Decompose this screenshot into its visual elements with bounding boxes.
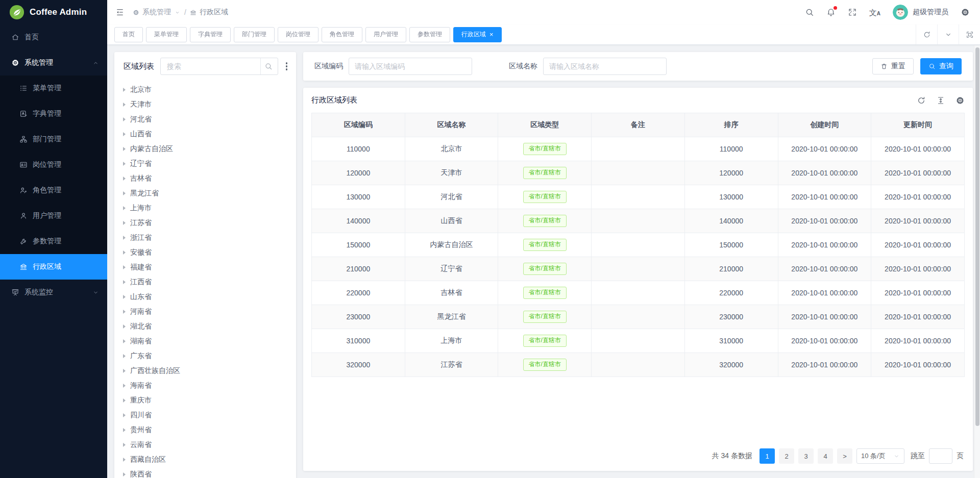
caret-right-icon[interactable] <box>123 458 126 462</box>
caret-right-icon[interactable] <box>123 413 126 417</box>
sidebar-group-monitor[interactable]: 系统监控 <box>0 280 107 305</box>
tab-home[interactable]: 首页 <box>114 27 143 42</box>
menu-fold-icon[interactable] <box>115 8 125 17</box>
fullscreen-icon[interactable] <box>848 8 857 17</box>
tree-search-icon[interactable] <box>260 58 277 74</box>
translate-icon[interactable]: 文A <box>869 9 880 16</box>
sidebar-item-menu[interactable]: 菜单管理 <box>0 76 107 101</box>
page-button-2[interactable]: 2 <box>779 448 794 464</box>
sidebar-item-post[interactable]: 岗位管理 <box>0 152 107 178</box>
jump-page-input[interactable] <box>929 448 952 464</box>
tree-search-input[interactable] <box>166 62 260 71</box>
tree-node[interactable]: 广西壮族自治区 <box>119 363 291 378</box>
user-menu[interactable]: 超级管理员 <box>893 5 948 20</box>
caret-right-icon[interactable] <box>123 206 126 210</box>
page-size-select[interactable]: 10 条/页 <box>856 448 904 464</box>
tab-role[interactable]: 角色管理 <box>322 27 362 42</box>
caret-right-icon[interactable] <box>123 265 126 269</box>
page-scrollbar[interactable] <box>974 45 980 478</box>
tree-node[interactable]: 重庆市 <box>119 393 291 408</box>
refresh-icon[interactable] <box>917 96 926 105</box>
table-row[interactable]: 230000 黑龙江省 省市/直辖市 230000 2020-10-01 00:… <box>312 305 965 329</box>
tree-node[interactable]: 福建省 <box>119 260 291 274</box>
maximize-content-icon[interactable] <box>959 24 980 44</box>
tree-node[interactable]: 江西省 <box>119 274 291 289</box>
tree-node[interactable]: 内蒙古自治区 <box>119 141 291 156</box>
caret-right-icon[interactable] <box>123 369 126 373</box>
caret-right-icon[interactable] <box>123 472 126 476</box>
tree-node[interactable]: 海南省 <box>119 378 291 393</box>
tab-dict[interactable]: 字典管理 <box>190 27 231 42</box>
tab-close-icon[interactable]: × <box>489 31 494 38</box>
caret-right-icon[interactable] <box>123 103 126 107</box>
table-row[interactable]: 220000 吉林省 省市/直辖市 220000 2020-10-01 00:0… <box>312 281 965 305</box>
tab-menu[interactable]: 菜单管理 <box>146 27 187 42</box>
tree-node[interactable]: 黑龙江省 <box>119 186 291 200</box>
bell-icon[interactable] <box>826 8 836 17</box>
tab-options-chevron-icon[interactable] <box>937 24 959 44</box>
next-page-button[interactable]: > <box>837 448 852 464</box>
tab-user[interactable]: 用户管理 <box>365 27 406 42</box>
page-button-1[interactable]: 1 <box>760 448 775 464</box>
tree-node[interactable]: 河南省 <box>119 304 291 319</box>
table-row[interactable]: 310000 上海市 省市/直辖市 310000 2020-10-01 00:0… <box>312 329 965 353</box>
caret-right-icon[interactable] <box>123 221 126 225</box>
tab-region[interactable]: 行政区域 × <box>453 27 502 42</box>
reset-button[interactable]: 重置 <box>872 58 914 74</box>
caret-right-icon[interactable] <box>123 324 126 329</box>
tree-node[interactable]: 湖南省 <box>119 334 291 348</box>
sidebar-item-role[interactable]: 角色管理 <box>0 178 107 203</box>
settings-gear-icon[interactable] <box>961 8 970 17</box>
tree-node[interactable]: 上海市 <box>119 200 291 215</box>
breadcrumb-parent[interactable]: 系统管理 <box>133 8 181 17</box>
sidebar-item-dept[interactable]: 部门管理 <box>0 127 107 152</box>
caret-right-icon[interactable] <box>123 177 126 181</box>
table-row[interactable]: 210000 辽宁省 省市/直辖市 210000 2020-10-01 00:0… <box>312 257 965 281</box>
sidebar-item-user[interactable]: 用户管理 <box>0 203 107 229</box>
tree-node[interactable]: 四川省 <box>119 408 291 422</box>
tree-node[interactable]: 山东省 <box>119 289 291 304</box>
tree-node[interactable]: 湖北省 <box>119 319 291 334</box>
sidebar-item-param[interactable]: 参数管理 <box>0 229 107 254</box>
refresh-tab-icon[interactable] <box>916 24 937 44</box>
caret-right-icon[interactable] <box>123 339 126 343</box>
table-row[interactable]: 130000 河北省 省市/直辖市 130000 2020-10-01 00:0… <box>312 185 965 209</box>
table-row[interactable]: 320000 江苏省 省市/直辖市 320000 2020-10-01 00:0… <box>312 353 965 377</box>
sidebar-group-system[interactable]: 系统管理 <box>0 50 107 76</box>
tab-post[interactable]: 岗位管理 <box>278 27 318 42</box>
caret-right-icon[interactable] <box>123 280 126 284</box>
caret-right-icon[interactable] <box>123 132 126 136</box>
caret-right-icon[interactable] <box>123 428 126 432</box>
sidebar-item-dict[interactable]: 字典管理 <box>0 101 107 127</box>
table-row[interactable]: 120000 天津市 省市/直辖市 120000 2020-10-01 00:0… <box>312 161 965 185</box>
tree-node[interactable]: 山西省 <box>119 127 291 141</box>
caret-right-icon[interactable] <box>123 236 126 240</box>
page-button-3[interactable]: 3 <box>798 448 814 464</box>
tree-node[interactable]: 吉林省 <box>119 171 291 186</box>
region-code-input[interactable] <box>349 58 472 75</box>
table-row[interactable]: 110000 北京市 省市/直辖市 110000 2020-10-01 00:0… <box>312 137 965 161</box>
caret-right-icon[interactable] <box>123 191 126 195</box>
page-button-4[interactable]: 4 <box>818 448 833 464</box>
sidebar-item-home[interactable]: 首页 <box>0 24 107 50</box>
tree-node[interactable]: 云南省 <box>119 437 291 452</box>
tree-node[interactable]: 西藏自治区 <box>119 452 291 467</box>
region-name-input[interactable] <box>543 58 667 75</box>
table-row[interactable]: 140000 山西省 省市/直辖市 140000 2020-10-01 00:0… <box>312 209 965 233</box>
tree-node[interactable]: 浙江省 <box>119 230 291 245</box>
query-button[interactable]: 查询 <box>920 58 962 74</box>
tab-dept[interactable]: 部门管理 <box>234 27 275 42</box>
caret-right-icon[interactable] <box>123 384 126 388</box>
tree-node[interactable]: 河北省 <box>119 112 291 127</box>
caret-right-icon[interactable] <box>123 88 126 92</box>
tree-node[interactable]: 北京市 <box>119 82 291 97</box>
caret-right-icon[interactable] <box>123 117 126 121</box>
tree-node[interactable]: 江苏省 <box>119 215 291 230</box>
caret-right-icon[interactable] <box>123 310 126 314</box>
caret-right-icon[interactable] <box>123 398 126 402</box>
table-row[interactable]: 150000 内蒙古自治区 省市/直辖市 150000 2020-10-01 0… <box>312 233 965 257</box>
sidebar-item-region[interactable]: 行政区域 <box>0 254 107 280</box>
caret-right-icon[interactable] <box>123 147 126 151</box>
caret-right-icon[interactable] <box>123 162 126 166</box>
tab-param[interactable]: 参数管理 <box>409 27 450 42</box>
